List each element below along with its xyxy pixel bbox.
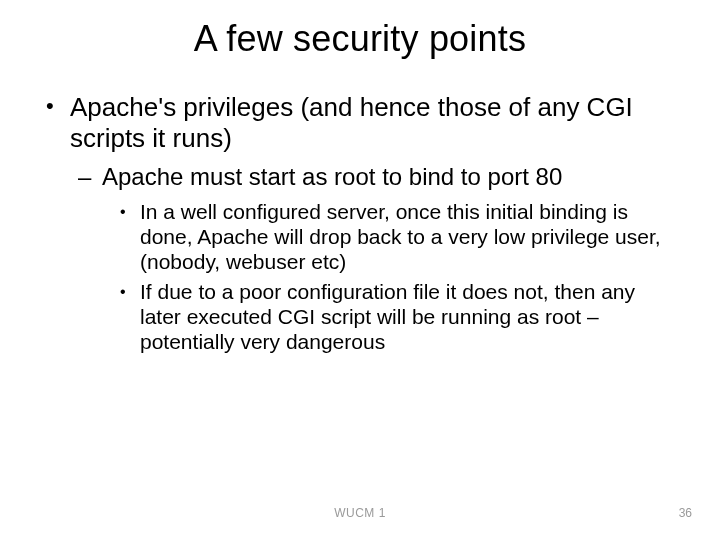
slide-body: Apache's privileges (and hence those of … (0, 68, 720, 355)
bullet-text: In a well configured server, once this i… (140, 200, 661, 273)
bullet-text: Apache must start as root to bind to por… (102, 163, 562, 190)
bullet-text: Apache's privileges (and hence those of … (70, 92, 633, 153)
footer-text: WUCM 1 (0, 506, 720, 520)
list-item: If due to a poor configuration file it d… (120, 280, 676, 354)
slide: A few security points Apache's privilege… (0, 0, 720, 540)
slide-title: A few security points (0, 0, 720, 68)
list-item: Apache must start as root to bind to por… (78, 163, 676, 354)
list-item: Apache's privileges (and hence those of … (44, 92, 676, 355)
bullet-text: If due to a poor configuration file it d… (140, 280, 635, 353)
list-item: In a well configured server, once this i… (120, 200, 676, 274)
bullet-list-level-1: Apache's privileges (and hence those of … (44, 92, 676, 355)
bullet-list-level-3: In a well configured server, once this i… (102, 200, 676, 355)
bullet-list-level-2: Apache must start as root to bind to por… (70, 163, 676, 354)
page-number: 36 (679, 506, 692, 520)
